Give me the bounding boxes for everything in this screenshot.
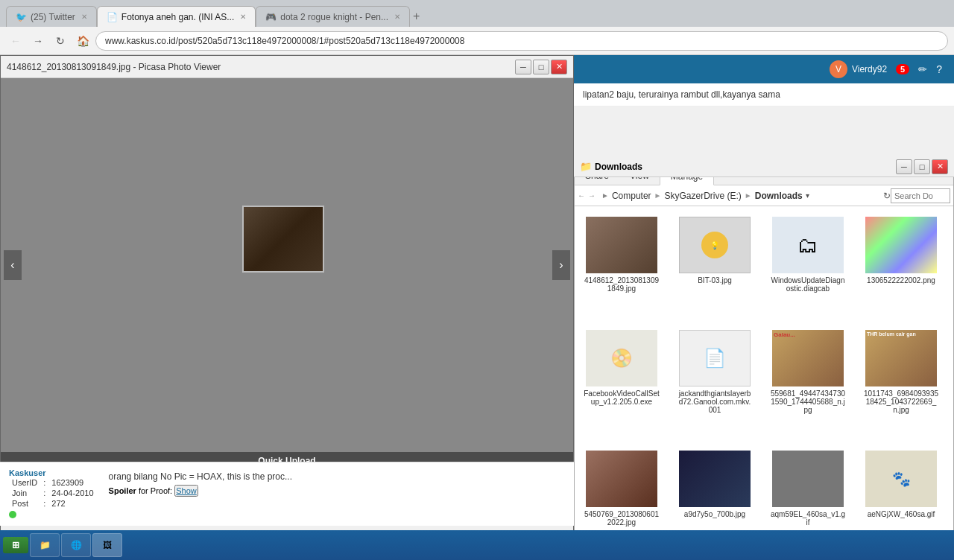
picasa-image-area: ‹ › xyxy=(1,78,573,452)
file-item[interactable]: 1306522222002.png xyxy=(860,212,942,319)
post-user-section: Kaskuser UserID:1623909 Join:24-04-2010 … xyxy=(0,462,574,526)
thumb-image xyxy=(679,451,751,507)
file-thumbnail: 🐾 xyxy=(864,449,938,509)
spoiler-line: Spoiler for Proof: Show xyxy=(109,485,565,497)
tab-kaskus-close[interactable]: ✕ xyxy=(240,13,246,21)
dota-favicon: 🎮 xyxy=(265,12,276,22)
file-item[interactable]: 📄 jackandthgiantslayerbd72.Ganool.com.mk… xyxy=(674,325,756,441)
address-bar[interactable] xyxy=(95,31,948,51)
explorer-maximize-button[interactable]: □ xyxy=(914,159,930,174)
file-name-label: aeNGjXW_460sa.gif xyxy=(868,510,935,518)
file-name-label: aqm59EL_460sa_v1.gif xyxy=(770,510,846,526)
tab-kaskus-label: Fotonya aneh gan. (INI AS... xyxy=(121,12,234,22)
file-name-label: 1011743_698409393518425_1043722669_n.jpg xyxy=(863,389,939,414)
tab-bar: 🐦 (25) Twitter ✕ 📄 Fotonya aneh gan. (IN… xyxy=(0,0,954,27)
exe-icon: 📀 xyxy=(610,348,633,369)
taskbar-picasa[interactable]: 🖼 xyxy=(92,533,122,557)
maximize-button[interactable]: □ xyxy=(533,60,549,74)
thumb-image xyxy=(586,451,657,507)
prev-image-button[interactable]: ‹ xyxy=(4,250,22,280)
folder-taskbar-icon: 📁 xyxy=(40,540,51,550)
sep2: ► xyxy=(745,191,752,200)
back-button[interactable]: ← xyxy=(6,31,25,51)
file-item[interactable]: Galau... 559681_494474347301590_17444056… xyxy=(767,325,849,441)
breadcrumb-downloads[interactable]: Downloads xyxy=(752,191,806,201)
picasa-window-buttons: ─ □ ✕ xyxy=(515,60,567,74)
minimize-button[interactable]: ─ xyxy=(515,60,531,74)
kaskus-right-area: V Vierdy92 5 ✏ ? xyxy=(830,60,942,78)
post-main-text: orang bilang No Pic = HOAX, this is the … xyxy=(109,471,565,482)
main-image xyxy=(242,206,324,273)
search-input[interactable] xyxy=(891,188,950,203)
explorer-minimize-button[interactable]: ─ xyxy=(896,159,912,174)
user-area: V Vierdy92 xyxy=(830,60,887,78)
explorer-title-area: 📁 Downloads xyxy=(580,161,642,172)
taskbar-folder[interactable]: 📁 xyxy=(30,533,60,557)
file-name-label: a9d7y5o_700b.jpg xyxy=(684,510,745,518)
kaskus-favicon: 📄 xyxy=(107,12,117,22)
reload-button[interactable]: ↻ xyxy=(51,31,70,51)
username-label[interactable]: Vierdy92 xyxy=(852,64,887,74)
next-image-button[interactable]: › xyxy=(552,250,570,280)
thumb-image xyxy=(586,217,657,273)
nav-back-icon[interactable]: ← xyxy=(578,191,585,200)
show-spoiler-button[interactable]: Show xyxy=(174,485,198,497)
breadcrumb-computer[interactable]: Computer xyxy=(609,191,654,201)
post-value: 272 xyxy=(48,498,96,509)
picasa-close-button[interactable]: ✕ xyxy=(551,60,567,74)
spoiler-label: Spoiler xyxy=(109,486,136,495)
file-item[interactable]: 4148612_20130813091849.jpg xyxy=(581,212,663,319)
explorer-window-buttons: ─ □ ✕ xyxy=(896,159,948,174)
thumb-image: 📀 xyxy=(586,330,657,386)
file-item[interactable]: 💡 BIT-03.jpg xyxy=(674,212,756,319)
picasa-titlebar: 4148612_20130813091849.jpg - Picasa Phot… xyxy=(1,56,573,78)
file-name-label: 1306522222002.png xyxy=(867,276,935,284)
new-tab-button[interactable]: + xyxy=(413,6,420,27)
thumb-image: Galau... xyxy=(772,330,844,386)
start-button[interactable]: ⊞ xyxy=(3,537,28,553)
breadcrumb-drive[interactable]: SkyGazerDrive (E:) xyxy=(662,191,745,201)
post-label: Post xyxy=(9,498,40,509)
post-layout: Kaskuser UserID:1623909 Join:24-04-2010 … xyxy=(9,468,565,520)
tab-dota-close[interactable]: ✕ xyxy=(394,13,400,21)
explorer-file-grid: 4148612_20130813091849.jpg 💡 BIT-03.jpg … xyxy=(575,206,953,559)
galau-text: Galau... xyxy=(774,331,795,339)
file-thumbnail xyxy=(677,449,752,509)
file-name-label: WindowsUpdateDiagnostic.diagcab xyxy=(770,276,846,293)
explorer-close-button[interactable]: ✕ xyxy=(932,159,948,174)
page-content-area: lipatan2 baju, terurainya rambut dll,kay… xyxy=(574,83,954,106)
breadcrumb-dropdown-button[interactable]: ▾ xyxy=(806,191,809,200)
tab-dota[interactable]: 🎮 dota 2 rogue knight - Pen... ✕ xyxy=(256,6,410,27)
explorer-titlebar: 📁 Downloads ─ □ ✕ xyxy=(574,156,954,177)
picasa-taskbar-icon: 🖼 xyxy=(103,540,112,550)
nav-forward-icon[interactable]: → xyxy=(588,191,596,200)
breadcrumb-arrow-start: ► xyxy=(601,191,609,200)
join-label: Join xyxy=(9,488,40,498)
tab-twitter-close[interactable]: ✕ xyxy=(81,13,87,21)
edit-icon[interactable]: ✏ xyxy=(918,63,927,75)
file-thumbnail xyxy=(584,449,659,509)
explorer-window: Picture Tools Share View Manage ← → ► Co… xyxy=(574,156,954,560)
userid-value: 1623909 xyxy=(48,477,96,488)
file-item[interactable]: 📀 FacebookVideoCallSetup_v1.2.205.0.exe xyxy=(581,325,663,441)
user-rank: Kaskuser xyxy=(9,468,97,477)
windows-icon: 🗂 xyxy=(797,233,818,258)
taskbar-browser[interactable]: 🌐 xyxy=(61,533,91,557)
home-button[interactable]: 🏠 xyxy=(73,31,92,51)
userid-label: UserID xyxy=(9,477,40,488)
file-item[interactable]: 🗂 WindowsUpdateDiagnostic.diagcab xyxy=(767,212,849,319)
file-thumbnail xyxy=(864,215,938,275)
file-thumbnail xyxy=(584,215,659,275)
chrome-taskbar-icon: 🌐 xyxy=(71,540,82,550)
file-name-label: jackandthgiantslayerbd72.Ganool.com.mkv.… xyxy=(677,389,753,414)
tab-twitter[interactable]: 🐦 (25) Twitter ✕ xyxy=(6,6,97,27)
notification-badge[interactable]: 5 xyxy=(896,64,909,74)
taskbar: ⊞ 📁 🌐 🖼 xyxy=(0,530,954,560)
file-item[interactable]: THR belum cair gan 1011743_6984093935184… xyxy=(860,325,942,441)
explorer-address-bar: ← → ► Computer ► SkyGazerDrive (E:) ► Do… xyxy=(575,185,953,206)
help-icon[interactable]: ? xyxy=(936,63,942,75)
refresh-button[interactable]: ↻ xyxy=(883,191,891,201)
forward-button[interactable]: → xyxy=(28,31,48,51)
file-thumbnail: Galau... xyxy=(771,328,845,388)
tab-kaskus[interactable]: 📄 Fotonya aneh gan. (INI AS... ✕ xyxy=(97,6,256,27)
